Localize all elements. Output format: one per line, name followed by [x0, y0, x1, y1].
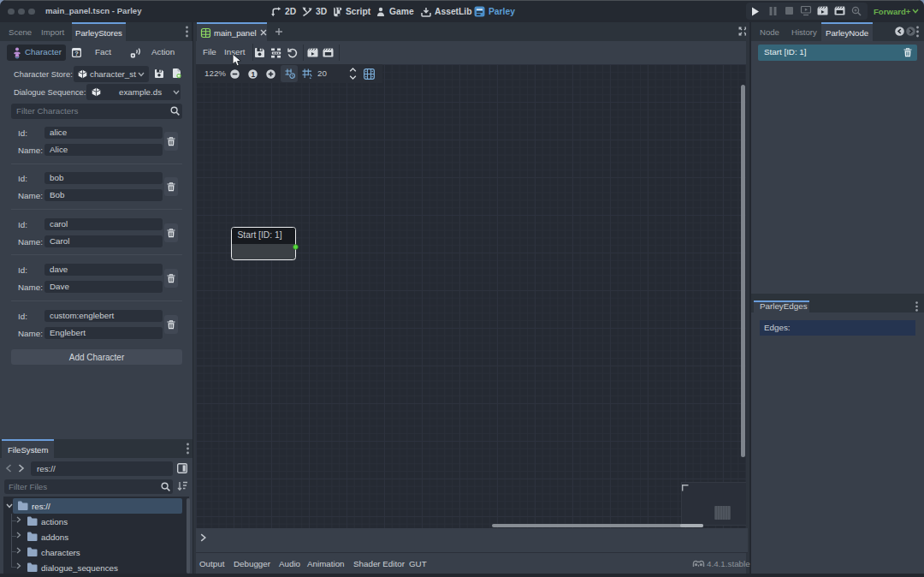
svg-text:1: 1: [251, 70, 255, 79]
svg-text:?: ?: [74, 50, 79, 57]
